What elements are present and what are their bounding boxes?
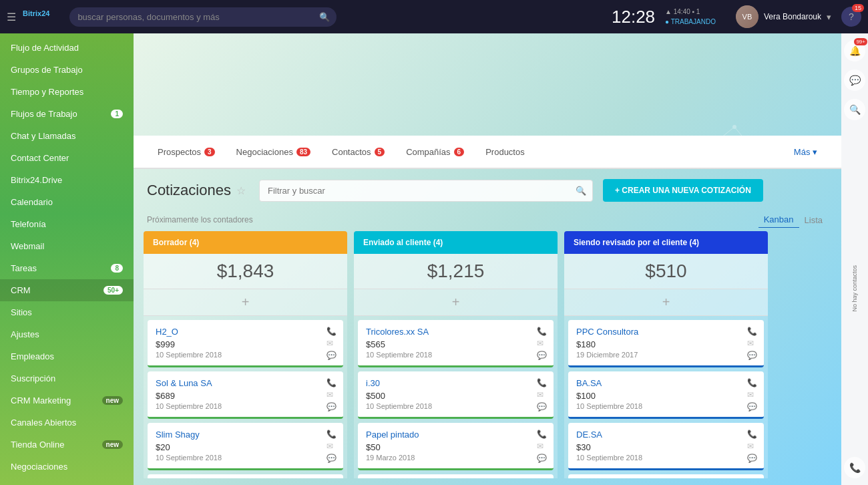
table-row[interactable]: BA.SA$10010 Septiembre 2018📞✉💬: [568, 371, 764, 419]
add-card-button[interactable]: +: [144, 289, 347, 316]
chat-card-icon[interactable]: 💬: [327, 402, 337, 412]
card-amount: $565: [366, 339, 546, 349]
sidebar-item-empleados[interactable]: Empleados: [0, 345, 134, 367]
list-view-button[interactable]: Lista: [799, 212, 828, 228]
no-contacts-label: No hay contactos: [851, 265, 858, 312]
table-row[interactable]: Sol & Luna SA$68910 Septiembre 2018📞✉💬: [148, 371, 343, 419]
user-menu[interactable]: VB Vera Bondarouk ▾: [736, 5, 831, 28]
logo: Bitrix24: [23, 9, 49, 24]
phone-card-icon[interactable]: 📞: [327, 430, 337, 439]
help-button[interactable]: ? 15: [841, 7, 861, 27]
email-card-icon[interactable]: ✉: [747, 442, 757, 451]
sidebar-item-webmail[interactable]: Webmail: [0, 235, 134, 257]
chat-card-icon[interactable]: 💬: [747, 351, 757, 360]
sidebar-item-crm[interactable]: CRM50+: [0, 279, 134, 301]
kanban-board: Borrador (4)$1,843+H2_O$99910 Septiembre…: [134, 231, 841, 485]
email-card-icon[interactable]: ✉: [327, 442, 337, 451]
table-row[interactable]: PPC Consultora$18019 Diciembre 2017📞✉💬: [568, 320, 764, 367]
add-card-button[interactable]: +: [354, 289, 558, 316]
search-right-icon[interactable]: 🔍: [844, 99, 865, 120]
nav-tab-prospectos[interactable]: Prospectos3: [147, 139, 226, 165]
chat-card-icon[interactable]: 💬: [327, 454, 337, 463]
sidebar-item-suscripción[interactable]: Suscripción: [0, 367, 134, 389]
sidebar-item-tienda-online[interactable]: Tienda Onlinenew: [0, 434, 134, 456]
sidebar-item-ajustes[interactable]: Ajustes: [0, 323, 134, 345]
chat-card-icon[interactable]: 💬: [327, 351, 337, 360]
table-row[interactable]: Propuesta Marketing$10019 Diciembre 2017…: [358, 474, 554, 478]
table-row[interactable]: Tricolores.xx SA$56510 Septiembre 2018📞✉…: [358, 320, 554, 367]
phone-card-icon[interactable]: 📞: [537, 378, 547, 387]
nav-tab-contactos[interactable]: Contactos5: [321, 139, 395, 165]
chat-card-icon[interactable]: 💬: [747, 402, 757, 412]
phone-card-icon[interactable]: 📞: [747, 430, 757, 439]
sidebar-item-tiempo-y-reportes[interactable]: Tiempo y Reportes: [0, 81, 134, 103]
search-input[interactable]: [69, 7, 337, 27]
sidebar-item-grupos-de-trabajo[interactable]: Grupos de Trabajo: [0, 59, 134, 81]
card-title: Slim Shagy: [156, 430, 335, 440]
add-card-button[interactable]: +: [564, 289, 768, 316]
counter-text: Próximamente los contadores: [147, 215, 758, 224]
tab-label: Negociaciones: [236, 147, 293, 157]
sidebar-item-tareas[interactable]: Tareas8: [0, 257, 134, 279]
chat-card-icon[interactable]: 💬: [537, 351, 547, 360]
phone-card-icon[interactable]: 📞: [537, 430, 547, 439]
table-row[interactable]: H2_O$99910 Septiembre 2018📞✉💬: [148, 320, 343, 367]
table-row[interactable]: Sandy.Q1$13510 Septiembre 2018📞✉💬: [148, 474, 343, 478]
card-icons: 📞✉💬: [537, 327, 547, 360]
email-card-icon[interactable]: ✉: [747, 390, 757, 399]
sidebar-item-chat-y-llamadas[interactable]: Chat y Llamadas: [0, 125, 134, 147]
sidebar-item-crm-marketing[interactable]: CRM Marketingnew: [0, 389, 134, 412]
email-card-icon[interactable]: ✉: [537, 339, 547, 348]
sidebar-item-negociaciones[interactable]: Negociaciones: [0, 456, 134, 478]
nav-tab-more[interactable]: Más ▾: [783, 139, 828, 165]
email-card-icon[interactable]: ✉: [327, 339, 337, 348]
card-title: BA.SA: [576, 378, 756, 388]
phone-card-icon[interactable]: 📞: [747, 378, 757, 387]
sidebar-item-bitrix24.drive[interactable]: Bitrix24.Drive: [0, 169, 134, 191]
notification-icon[interactable]: 🔔 99+: [844, 40, 865, 61]
sidebar-item-contact-center[interactable]: Contact Center: [0, 147, 134, 169]
chat-card-icon[interactable]: 💬: [537, 454, 547, 463]
menu-icon[interactable]: ☰: [7, 11, 16, 23]
sidebar-item-label: Chat y Llamadas: [11, 131, 76, 141]
filter-input[interactable]: [259, 180, 593, 202]
table-row[interactable]: DE.SA$3010 Septiembre 2018📞✉💬: [568, 423, 764, 470]
sidebar-item-marketplace[interactable]: Marketplace: [0, 478, 134, 485]
tab-label: Productos: [485, 147, 525, 157]
chat-card-icon[interactable]: 💬: [537, 402, 547, 412]
phone-card-icon[interactable]: 📞: [327, 327, 337, 336]
create-cotizacion-button[interactable]: + CREAR UNA NUEVA COTIZACIÓN: [603, 179, 763, 202]
kanban-view-button[interactable]: Kanban: [758, 212, 799, 228]
sidebar-item-flujos-de-trabajo[interactable]: Flujos de Trabajo1: [0, 103, 134, 125]
table-row[interactable]: i.30$50010 Septiembre 2018📞✉💬: [358, 371, 554, 419]
nav-tab-productos[interactable]: Productos: [475, 139, 535, 165]
sidebar-item-calendario[interactable]: Calendario: [0, 191, 134, 213]
table-row[interactable]: Slim Shagy$2010 Septiembre 2018📞✉💬: [148, 423, 343, 470]
message-icon[interactable]: 💬: [844, 69, 865, 91]
filter-bar: 🔍: [259, 180, 593, 202]
nav-tab-negociaciones[interactable]: Negociaciones83: [226, 139, 321, 165]
table-row[interactable]: Web D$20019 Diciembre 2017📞✉💬: [568, 474, 764, 478]
sidebar-item-label: Tareas: [11, 263, 37, 273]
sidebar-item-sitios[interactable]: Sitios: [0, 301, 134, 323]
sidebar-item-telefonía[interactable]: Telefonía: [0, 213, 134, 235]
sidebar-badge: new: [102, 396, 123, 405]
phone-card-icon[interactable]: 📞: [747, 327, 757, 336]
card-amount: $180: [576, 339, 756, 349]
email-card-icon[interactable]: ✉: [537, 442, 547, 451]
sidebar-item-canales-abiertos[interactable]: Canales Abiertos: [0, 412, 134, 434]
main-content: Prospectos3Negociaciones83Contactos5Comp…: [134, 33, 841, 485]
phone-card-icon[interactable]: 📞: [327, 378, 337, 387]
card-amount: $999: [156, 339, 335, 349]
sidebar-item-flujo-de-actividad[interactable]: Flujo de Actividad: [0, 37, 134, 59]
table-row[interactable]: Papel pintado$5019 Marzo 2018📞✉💬: [358, 423, 554, 470]
chat-card-icon[interactable]: 💬: [747, 454, 757, 463]
phone-card-icon[interactable]: 📞: [537, 327, 547, 336]
email-card-icon[interactable]: ✉: [537, 390, 547, 399]
favorite-icon[interactable]: ☆: [236, 184, 246, 197]
phone-icon[interactable]: 📞: [844, 457, 865, 478]
nav-tab-compañías[interactable]: Compañías6: [395, 139, 475, 165]
email-card-icon[interactable]: ✉: [747, 339, 757, 348]
card-date: 10 Septiembre 2018: [156, 402, 335, 410]
email-card-icon[interactable]: ✉: [327, 390, 337, 399]
